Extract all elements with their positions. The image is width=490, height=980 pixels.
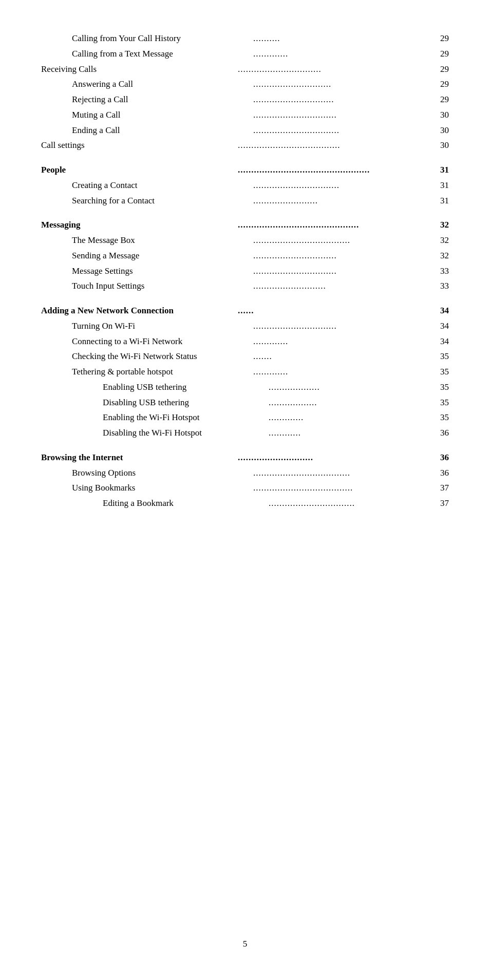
toc-entry-rejecting-call: Rejecting a Call........................… (41, 92, 449, 107)
entry-dots-messaging: ........................................… (237, 217, 435, 233)
entry-dots-call-settings: ...................................... (237, 138, 435, 153)
entry-page-tethering-hotspot: 35 (435, 364, 449, 380)
toc-entry-people: People..................................… (41, 162, 449, 178)
entry-text-connecting-wifi: Connecting to a Wi-Fi Network (41, 334, 252, 349)
toc-entry-creating-contact: Creating a Contact......................… (41, 178, 449, 193)
entry-page-calling-text: 29 (435, 46, 449, 62)
entry-page-enabling-usb: 35 (435, 380, 449, 395)
entry-dots-sending-message: ............................... (252, 248, 435, 263)
toc-entry-message-box: The Message Box.........................… (41, 233, 449, 248)
entry-page-muting-call: 30 (435, 107, 449, 123)
entry-dots-turning-wifi: ............................... (252, 318, 435, 334)
entry-dots-searching-contact: ........................ (252, 193, 435, 209)
entry-dots-message-settings: ............................... (252, 263, 435, 279)
toc-entry-disabling-hotspot: Disabling the Wi-Fi Hotspot............3… (41, 425, 449, 441)
toc-entry-editing-bookmark: Editing a Bookmark......................… (41, 496, 449, 511)
entry-text-browsing-options: Browsing Options (41, 465, 252, 481)
toc-entry-network-connection: Adding a New Network Connection......34 (41, 303, 449, 318)
toc-entry-message-settings: Message Settings........................… (41, 263, 449, 279)
entry-dots-message-box: .................................... (252, 233, 435, 248)
entry-page-call-settings: 30 (435, 138, 449, 153)
toc-entry-sending-message: Sending a Message.......................… (41, 248, 449, 263)
entry-page-answering-call: 29 (435, 77, 449, 92)
entry-text-enabling-hotspot: Enabling the Wi-Fi Hotspot (41, 410, 268, 425)
toc-entry-using-bookmarks: Using Bookmarks.........................… (41, 480, 449, 496)
toc-entry-connecting-wifi: Connecting to a Wi-Fi Network...........… (41, 334, 449, 349)
entry-text-disabling-hotspot: Disabling the Wi-Fi Hotspot (41, 425, 268, 441)
entry-text-turning-wifi: Turning On Wi-Fi (41, 318, 252, 334)
entry-page-disabling-hotspot: 36 (435, 425, 449, 441)
entry-dots-disabling-usb: .................. (268, 395, 435, 410)
toc-entry-turning-wifi: Turning On Wi-Fi........................… (41, 318, 449, 334)
entry-text-receiving-calls: Receiving Calls (41, 62, 237, 77)
entry-text-rejecting-call: Rejecting a Call (41, 92, 252, 107)
entry-text-checking-wifi: Checking the Wi-Fi Network Status (41, 349, 252, 364)
entry-dots-ending-call: ................................ (252, 123, 435, 138)
entry-text-creating-contact: Creating a Contact (41, 178, 252, 193)
entry-dots-enabling-hotspot: ............. (268, 410, 435, 425)
entry-text-answering-call: Answering a Call (41, 77, 252, 92)
entry-page-message-settings: 33 (435, 263, 449, 279)
entry-text-people: People (41, 162, 237, 178)
entry-text-calling-history: Calling from Your Call History (41, 31, 252, 46)
entry-dots-receiving-calls: ............................... (237, 62, 435, 77)
entry-page-disabling-usb: 35 (435, 395, 449, 410)
toc-entry-browsing-options: Browsing Options........................… (41, 465, 449, 481)
entry-page-rejecting-call: 29 (435, 92, 449, 107)
entry-page-people: 31 (435, 162, 449, 178)
entry-dots-people: ........................................… (237, 162, 435, 178)
entry-text-disabling-usb: Disabling USB tethering (41, 395, 268, 410)
entry-page-message-box: 32 (435, 233, 449, 248)
entry-dots-using-bookmarks: ..................................... (252, 480, 435, 496)
entry-text-searching-contact: Searching for a Contact (41, 193, 252, 209)
entry-page-creating-contact: 31 (435, 178, 449, 193)
entry-text-muting-call: Muting a Call (41, 107, 252, 123)
entry-dots-calling-text: ............. (252, 46, 435, 62)
entry-text-message-box: The Message Box (41, 233, 252, 248)
entry-text-calling-text: Calling from a Text Message (41, 46, 252, 62)
toc-entry-ending-call: Ending a Call...........................… (41, 123, 449, 138)
entry-text-touch-input: Touch Input Settings (41, 278, 252, 294)
toc-entry-calling-history: Calling from Your Call History..........… (41, 31, 449, 46)
entry-dots-network-connection: ...... (237, 303, 435, 318)
entry-dots-browsing-internet: ............................ (237, 450, 435, 465)
entry-dots-touch-input: ........................... (252, 278, 435, 294)
entry-page-editing-bookmark: 37 (435, 496, 449, 511)
entry-dots-disabling-hotspot: ............ (268, 425, 435, 441)
page-number: 5 (0, 939, 490, 949)
entry-dots-tethering-hotspot: ............. (252, 364, 435, 380)
entry-text-ending-call: Ending a Call (41, 123, 252, 138)
entry-dots-connecting-wifi: ............. (252, 334, 435, 349)
entry-text-editing-bookmark: Editing a Bookmark (41, 496, 268, 511)
toc-container: Calling from Your Call History..........… (41, 31, 449, 511)
entry-dots-editing-bookmark: ................................ (268, 496, 435, 511)
entry-text-sending-message: Sending a Message (41, 248, 252, 263)
entry-page-calling-history: 29 (435, 31, 449, 46)
entry-dots-muting-call: ............................... (252, 107, 435, 123)
entry-dots-enabling-usb: ................... (268, 380, 435, 395)
toc-entry-checking-wifi: Checking the Wi-Fi Network Status.......… (41, 349, 449, 364)
toc-entry-muting-call: Muting a Call...........................… (41, 107, 449, 123)
toc-entry-touch-input: Touch Input Settings....................… (41, 278, 449, 294)
entry-page-messaging: 32 (435, 217, 449, 233)
entry-dots-checking-wifi: ....... (252, 349, 435, 364)
entry-dots-creating-contact: ................................ (252, 178, 435, 193)
entry-page-receiving-calls: 29 (435, 62, 449, 77)
toc-entry-tethering-hotspot: Tethering & portable hotspot............… (41, 364, 449, 380)
entry-page-checking-wifi: 35 (435, 349, 449, 364)
entry-page-ending-call: 30 (435, 123, 449, 138)
entry-text-message-settings: Message Settings (41, 263, 252, 279)
entry-text-browsing-internet: Browsing the Internet (41, 450, 237, 465)
toc-entry-disabling-usb: Disabling USB tethering.................… (41, 395, 449, 410)
entry-page-connecting-wifi: 34 (435, 334, 449, 349)
entry-dots-answering-call: ............................. (252, 77, 435, 92)
entry-dots-browsing-options: .................................... (252, 465, 435, 481)
entry-page-browsing-options: 36 (435, 465, 449, 481)
toc-entry-browsing-internet: Browsing the Internet...................… (41, 450, 449, 465)
toc-entry-enabling-hotspot: Enabling the Wi-Fi Hotspot.............3… (41, 410, 449, 425)
entry-page-searching-contact: 31 (435, 193, 449, 209)
entry-text-tethering-hotspot: Tethering & portable hotspot (41, 364, 252, 380)
entry-text-using-bookmarks: Using Bookmarks (41, 480, 252, 496)
page: Calling from Your Call History..........… (0, 0, 490, 980)
toc-entry-receiving-calls: Receiving Calls.........................… (41, 62, 449, 77)
